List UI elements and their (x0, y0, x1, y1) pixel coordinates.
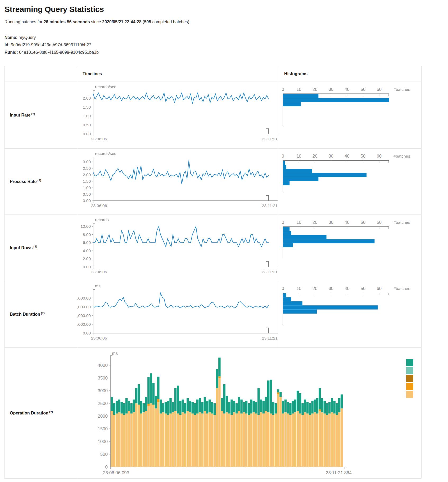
input-rate-help-icon[interactable]: (?) (31, 112, 35, 115)
input-rate-label: Input Rate(?) (10, 112, 35, 118)
svg-text:500: 500 (100, 452, 108, 457)
running-duration: 26 minutes 56 seconds (44, 20, 90, 24)
batch-duration-histogram-chart: 0102030405060#batches (279, 281, 421, 347)
svg-text:0: 0 (282, 220, 284, 225)
legend-swatch (406, 383, 413, 390)
svg-text:ms: ms (112, 351, 118, 356)
svg-text:2500: 2500 (98, 401, 108, 406)
query-runid-label: RunId: (4, 50, 18, 55)
svg-text:0: 0 (105, 465, 108, 470)
svg-text:0.00: 0.00 (83, 331, 91, 335)
row-label-operation-duration: Operation Duration(?) (5, 348, 77, 478)
svg-text:10: 10 (296, 220, 301, 225)
svg-text:ms: ms (95, 284, 101, 288)
header-histograms: Histograms (279, 66, 421, 82)
input-rate-timeline-chart: records/sec0.000.501.001.502.0023:06:062… (77, 82, 279, 148)
batch-duration-help-icon[interactable]: (?) (41, 311, 45, 315)
operation-duration-legend (406, 359, 413, 398)
streaming-statistics-page: Streaming Query Statistics Running batch… (0, 0, 448, 479)
query-name-label: Name: (4, 35, 17, 40)
input-rows-timeline-cell: records0.002.004.006.008.0010.0023:06:06… (77, 215, 279, 281)
row-label-input-rows: Input Rows(?) (5, 215, 77, 281)
svg-text:4000: 4000 (98, 363, 108, 368)
input-rows-histogram-chart: 0102030405060#batches (279, 215, 421, 281)
table-header-row: Timelines Histograms (5, 66, 421, 82)
svg-text:30: 30 (329, 154, 333, 158)
svg-text:2.00: 2.00 (83, 256, 91, 261)
svg-text:23:06:06: 23:06:06 (91, 270, 107, 274)
table-row: Operation Duration(?) ms0500100015002000… (5, 347, 421, 478)
completed-batch-count: 505 (144, 20, 151, 24)
svg-text:23:11:21: 23:11:21 (262, 137, 278, 141)
query-runid-row: RunId: 04e101e6-8bf8-4165-9099-9104c951b… (4, 49, 448, 56)
legend-swatch (406, 375, 413, 382)
svg-text:50: 50 (361, 220, 365, 225)
process-rate-help-icon[interactable]: (?) (37, 179, 41, 182)
svg-text:30: 30 (329, 220, 333, 225)
svg-text:2.00: 2.00 (83, 96, 91, 100)
input-rows-label-text: Input Rows (10, 246, 33, 250)
svg-text:2000: 2000 (98, 414, 108, 419)
svg-text:23:06:06: 23:06:06 (91, 137, 107, 141)
batch-duration-label: Batch Duration(?) (10, 311, 45, 317)
svg-text:1,000.00: 1,000.00 (77, 322, 91, 327)
table-row: Batch Duration(?) ms0.001,000.002,000.00… (5, 281, 421, 347)
svg-text:0.50: 0.50 (83, 192, 91, 197)
process-rate-histogram-chart: 0102030405060#batches (279, 149, 421, 215)
svg-text:10: 10 (296, 154, 301, 158)
svg-text:20: 20 (313, 286, 317, 291)
svg-text:0.00: 0.00 (83, 198, 91, 203)
svg-text:10: 10 (296, 286, 301, 291)
input-rows-histogram-cell: 0102030405060#batches (279, 215, 421, 281)
input-rate-histogram-chart: 0102030405060#batches (279, 82, 421, 148)
query-id-row: Id: 9d0dd219-995d-423e-b97d-36931110bb27 (4, 41, 448, 48)
svg-text:23:11:21.864: 23:11:21.864 (326, 470, 352, 475)
svg-text:records: records (95, 217, 109, 222)
summary-prefix: Running batches for (4, 20, 44, 24)
query-name-row: Name: myQuery (4, 34, 448, 41)
table-row: Input Rows(?) records0.002.004.006.008.0… (5, 215, 421, 281)
svg-text:40: 40 (345, 154, 349, 158)
svg-text:50: 50 (361, 286, 365, 291)
table-row: Process Rate(?) records/sec0.000.501.001… (5, 148, 421, 215)
process-rate-label: Process Rate(?) (10, 179, 41, 184)
row-label-batch-duration: Batch Duration(?) (5, 281, 77, 347)
svg-text:1500: 1500 (98, 426, 108, 431)
input-rate-timeline-cell: records/sec0.000.501.001.502.0023:06:062… (77, 82, 279, 148)
svg-text:0: 0 (282, 87, 284, 92)
legend-swatch (406, 391, 413, 398)
row-label-input-rate: Input Rate(?) (5, 82, 77, 148)
svg-text:50: 50 (361, 87, 365, 92)
operation-duration-help-icon[interactable]: (?) (49, 410, 53, 413)
svg-text:3,000.00: 3,000.00 (77, 305, 91, 309)
start-timestamp: 2020/05/21 22:44:28 (102, 20, 142, 24)
operation-duration-stacked-chart: ms0500100015002000250030003500400023:06:… (77, 348, 421, 478)
statistics-table: Timelines Histograms Input Rate(?) recor… (4, 66, 422, 479)
svg-text:60: 60 (377, 87, 381, 92)
input-rows-label: Input Rows(?) (10, 245, 37, 250)
query-runid-value: 04e101e6-8bf8-4165-9099-9104c951ba3b (19, 50, 99, 55)
table-row: Input Rate(?) records/sec0.000.501.001.5… (5, 82, 421, 148)
svg-text:10.00: 10.00 (80, 224, 91, 229)
svg-text:60: 60 (377, 286, 381, 291)
svg-text:1.50: 1.50 (83, 105, 91, 109)
svg-text:#batches: #batches (393, 220, 410, 225)
svg-text:23:11:21: 23:11:21 (262, 336, 278, 340)
svg-text:1000: 1000 (98, 439, 108, 444)
svg-text:40: 40 (345, 286, 349, 291)
input-rows-help-icon[interactable]: (?) (33, 245, 37, 248)
operation-duration-label-text: Operation Duration (10, 411, 48, 416)
svg-text:60: 60 (377, 220, 381, 225)
svg-text:23:06:06: 23:06:06 (91, 336, 107, 340)
query-name-value: myQuery (19, 35, 36, 40)
svg-text:0: 0 (282, 154, 284, 158)
svg-text:23:11:21: 23:11:21 (262, 203, 278, 208)
summary-suffix: completed batches) (151, 20, 189, 24)
batch-duration-timeline-chart: ms0.001,000.002,000.003,000.004,000.0023… (77, 281, 279, 347)
svg-text:40: 40 (345, 87, 349, 92)
svg-text:1.00: 1.00 (83, 185, 91, 190)
svg-text:#batches: #batches (393, 286, 410, 291)
svg-text:60: 60 (377, 154, 381, 158)
svg-text:2.50: 2.50 (83, 166, 91, 171)
operation-duration-chart-cell: ms0500100015002000250030003500400023:06:… (77, 348, 421, 478)
